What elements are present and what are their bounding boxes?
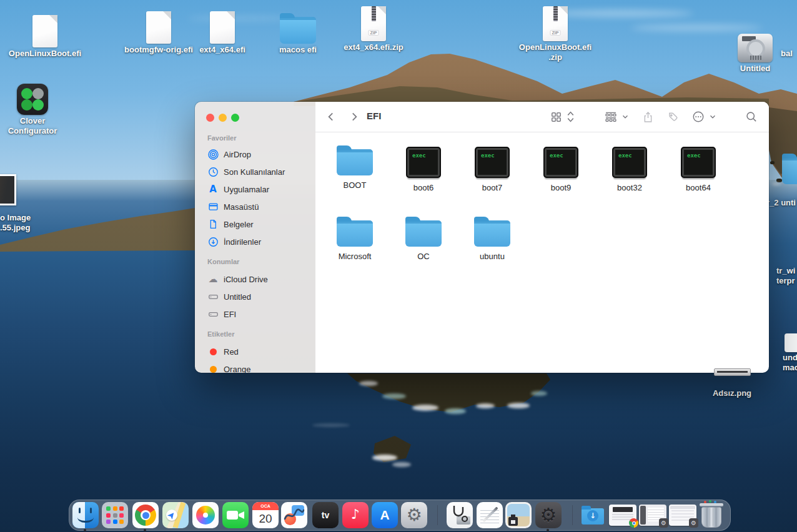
- file-item-oc-folder[interactable]: OC: [392, 212, 455, 261]
- desktop-icon-openlinuxboot-efi[interactable]: OpenLinuxBoot.efi: [7, 6, 82, 59]
- more-options-icon[interactable]: [691, 110, 705, 124]
- dock-finder[interactable]: [72, 502, 99, 528]
- back-button[interactable]: [324, 110, 338, 124]
- file-item-boot9[interactable]: exec boot9: [530, 140, 592, 192]
- running-indicator-utility: [547, 529, 549, 531]
- dock-launchpad[interactable]: [102, 502, 128, 528]
- desktop-icon-bal-clipped[interactable]: bal: [781, 49, 797, 59]
- sidebar-item-applications[interactable]: A Uygulamalar: [202, 182, 310, 197]
- sidebar-item-icloud-drive[interactable]: ☁ iCloud Drive: [202, 272, 310, 287]
- folder-icon: [782, 157, 797, 184]
- dock-system-preferences[interactable]: ⚙: [401, 502, 427, 528]
- folder-icon: [405, 220, 442, 247]
- folder-icon: [280, 17, 316, 44]
- clover-configurator-icon: [17, 84, 48, 115]
- desktop-icon-label-clipped[interactable]: tr_witerpr: [776, 266, 795, 286]
- forward-button[interactable]: [347, 110, 361, 124]
- file-item-boot6[interactable]: exec boot6: [392, 140, 455, 192]
- search-icon[interactable]: [745, 110, 758, 124]
- dock-photos[interactable]: [192, 502, 219, 528]
- sidebar-item-airdrop[interactable]: AirDrop: [202, 147, 310, 162]
- desktop-icon-macos-efi-folder[interactable]: macos efi: [260, 2, 335, 55]
- dock-facetime[interactable]: [222, 502, 249, 528]
- gear-badge-icon: ⚙: [659, 518, 668, 528]
- dock-minimized-utility-window[interactable]: ⚙: [639, 505, 666, 526]
- dock-textedit[interactable]: [477, 502, 503, 528]
- dock-wave-app[interactable]: [281, 502, 307, 528]
- dock-disk-utility[interactable]: [447, 502, 473, 528]
- view-stepper-icon[interactable]: [565, 110, 575, 124]
- file-item-microsoft-folder[interactable]: Microsoft: [324, 212, 386, 261]
- unix-executable-icon: exec: [543, 147, 578, 178]
- dock-apple-tv[interactable]: tv: [312, 502, 339, 528]
- dock-minimized-chrome-window[interactable]: [609, 505, 636, 526]
- airdrop-icon: [207, 149, 219, 160]
- chrome-badge-icon: [629, 518, 638, 528]
- share-icon[interactable]: [641, 110, 655, 124]
- dock: OCA 20 tv ♪ A ⚙: [69, 500, 731, 531]
- sidebar-item-tag-orange[interactable]: Orange: [202, 362, 310, 373]
- running-indicator-finder: [84, 529, 86, 531]
- sidebar-item-downloads[interactable]: İndirilenler: [202, 234, 310, 249]
- unix-executable-icon: exec: [612, 147, 647, 178]
- document-icon: [210, 11, 235, 44]
- dock-trash[interactable]: [699, 502, 724, 528]
- minimize-button[interactable]: [219, 114, 227, 122]
- dock-music[interactable]: ♪: [342, 502, 369, 528]
- dock-chrome[interactable]: [132, 502, 159, 528]
- dock-downloads-folder[interactable]: ↓: [580, 502, 606, 528]
- desktop-icon-label: OpenLinuxBoot.efi.zip: [518, 42, 593, 62]
- sidebar-section-locations: Konumlar: [207, 258, 239, 265]
- file-item-boot32[interactable]: exec boot32: [598, 140, 661, 192]
- image-thumbnail-icon: [0, 174, 16, 205]
- zip-icon: ZIP: [361, 6, 386, 41]
- gear-badge-icon: ⚙: [689, 518, 698, 528]
- unix-executable-icon: exec: [475, 147, 510, 178]
- file-item-ubuntu-folder[interactable]: ubuntu: [461, 212, 523, 261]
- sidebar-item-recents[interactable]: Son Kullanılanlar: [202, 164, 310, 179]
- folder-icon: [337, 149, 373, 175]
- desktop-icon-ext4-x64-efi-zip[interactable]: ZIP ext4_x64.efi.zip: [336, 0, 411, 52]
- sidebar-item-untitled-disk[interactable]: Untitled: [202, 289, 310, 304]
- view-grid-icon[interactable]: [549, 110, 563, 124]
- sidebar-section-tags: Etiketler: [207, 330, 234, 338]
- dock-calendar[interactable]: OCA 20: [252, 502, 279, 528]
- desktop-icon-clover-configurator[interactable]: CloverConfigurator: [0, 74, 70, 136]
- finder-main: EFI: [315, 102, 769, 373]
- running-indicator-chrome: [144, 529, 146, 531]
- desktop-icon-openlinuxboot-efi-zip[interactable]: ZIP OpenLinuxBoot.efi.zip: [518, 0, 593, 62]
- file-item-boot-folder[interactable]: BOOT: [324, 140, 386, 190]
- orange-tag-icon: [207, 363, 219, 373]
- zip-badge: ZIP: [550, 30, 561, 36]
- unix-executable-icon: exec: [681, 147, 716, 178]
- tv-label: tv: [312, 502, 339, 528]
- sidebar-item-documents[interactable]: Belgeler: [202, 217, 310, 232]
- dock-maps[interactable]: [162, 502, 189, 528]
- dock-utility-gear[interactable]: ⚙: [535, 502, 562, 528]
- desktop-icon-label: ext4_x64.efi: [185, 45, 260, 55]
- sidebar-item-desktop[interactable]: Masaüstü: [202, 199, 310, 214]
- sidebar-item-efi-disk[interactable]: EFI: [202, 307, 310, 322]
- finder-window: Favoriler AirDrop Son Kullanılanlar A Uy…: [195, 102, 769, 373]
- dock-minimized-utility-window-2[interactable]: ⚙: [669, 505, 696, 526]
- desktop-icon-untitled-disk[interactable]: Untitled: [718, 21, 793, 74]
- desktop: OpenLinuxBoot.efi bootmgfw-orig.efi ext4…: [0, 0, 797, 532]
- chevron-down-icon[interactable]: [621, 110, 630, 124]
- sidebar-item-tag-red[interactable]: Red: [202, 344, 310, 359]
- desktop-icon-glyph: [207, 201, 219, 212]
- gear-icon: ⚙: [535, 502, 562, 528]
- desktop-icon-ext4-x64-efi[interactable]: ext4_x64.efi: [185, 2, 260, 55]
- dock-app-store[interactable]: A: [372, 502, 398, 528]
- close-button[interactable]: [206, 114, 214, 122]
- dock-ink-picture[interactable]: [505, 502, 532, 528]
- desktop-icon-label: Untitled: [718, 64, 793, 74]
- zoom-button[interactable]: [231, 114, 239, 122]
- hard-drive-icon: [207, 291, 219, 302]
- file-item-boot7[interactable]: exec boot7: [461, 140, 523, 192]
- file-item-boot64[interactable]: exec boot64: [667, 140, 730, 192]
- tag-icon[interactable]: [666, 110, 680, 124]
- desktop-icon-label: CloverConfigurator: [0, 116, 70, 136]
- chevron-down-icon[interactable]: [708, 110, 717, 124]
- download-arrow-icon: ↓: [587, 510, 598, 521]
- group-by-icon[interactable]: [604, 110, 618, 124]
